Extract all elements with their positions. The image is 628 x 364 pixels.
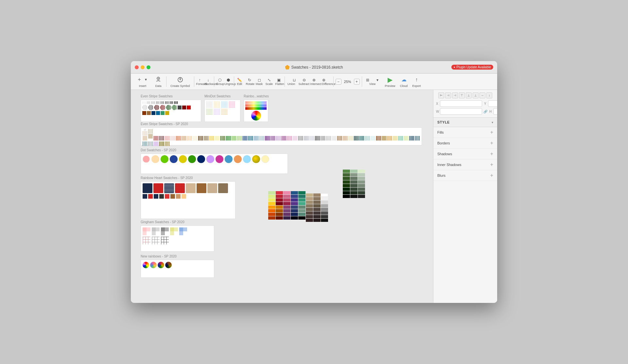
artboard-label-rainbow-heart: Rainbow Heart Swatches - SP 2020 (141, 176, 193, 180)
rotate-icon[interactable]: ↻ (246, 78, 253, 82)
align-right-button[interactable]: ⊣ (452, 92, 458, 98)
create-symbol-icon (176, 76, 184, 84)
fills-add-button[interactable]: + (490, 130, 493, 135)
x-label: X (436, 102, 439, 106)
xy-row: X Y (436, 100, 495, 107)
artboard-label-even-stripe: Even Stripe Swatches (141, 94, 173, 98)
align-top-button[interactable]: ⊤ (459, 92, 465, 98)
align-center-h-button[interactable]: ⊣ (445, 92, 451, 98)
borders-label: Borders (437, 141, 450, 145)
shadows-section[interactable]: Shadows + (433, 149, 497, 159)
window-title-area: Swatches - 2019-0816.sketch (285, 65, 343, 70)
style-header[interactable]: STYLE ▾ (433, 118, 497, 127)
artboard-new-rainbows: New rainbows - SP 2020 (141, 260, 214, 278)
insert-dropdown-icon: ▼ (142, 76, 150, 84)
maximize-button[interactable] (147, 65, 150, 69)
app-window: Swatches - 2019-0816.sketch Plugin Updat… (131, 61, 497, 303)
ungroup-icon[interactable]: ⬢ (225, 78, 232, 82)
zoom-minus-button[interactable]: − (336, 79, 341, 85)
main-area: Even Stripe Swatches (131, 90, 497, 303)
zoom-plus-button[interactable]: + (354, 79, 360, 85)
inner-shadows-section[interactable]: Inner Shadows + (433, 159, 497, 170)
toolbar: ＋ ▼ Insert Data (131, 74, 497, 90)
group-icon[interactable]: ⬡ (216, 78, 223, 82)
distribute-h-button[interactable]: ↔ (480, 92, 485, 98)
toolbar-divider-6 (333, 76, 334, 87)
view-icon[interactable]: ⊞ (364, 78, 371, 82)
color-table-grid-3 (343, 170, 365, 198)
blurs-add-button[interactable]: + (490, 173, 493, 178)
h-label: H (489, 110, 493, 113)
zoom-value: 25% (343, 80, 353, 84)
forward-icon[interactable]: ↑ (196, 78, 203, 82)
h-field: H (489, 108, 497, 115)
preview-tool[interactable]: ▶ Preview (383, 76, 397, 88)
artboard-minidot: MiniDot Swatches (204, 100, 240, 122)
inner-shadows-add-button[interactable]: + (490, 162, 493, 167)
export-tool[interactable]: ↑ Export (410, 76, 423, 88)
window-controls[interactable] (131, 65, 150, 69)
right-panel: ⊢ ⊣ ⊣ ⊤ ⊥ ⊥ ↔ ↕ X Y (433, 90, 497, 303)
create-symbol-tool[interactable]: Create Symbol (168, 76, 192, 88)
align-center-v-button[interactable]: ⊥ (466, 92, 472, 98)
align-row: ⊢ ⊣ ⊣ ⊤ ⊥ ⊥ ↔ ↕ (436, 92, 495, 98)
w-input[interactable] (440, 108, 482, 115)
style-title: STYLE (437, 120, 450, 124)
x-input[interactable] (440, 100, 482, 107)
insert-tool[interactable]: ＋ ▼ Insert (133, 76, 152, 88)
union-icon[interactable]: ⊔ (291, 78, 298, 82)
zoom-controls[interactable]: − 25% + (336, 79, 360, 85)
view-dropdown-icon[interactable]: ▾ (374, 78, 381, 82)
group-ungroup-tools: ⬡ ⬢ Group Ungroup (216, 78, 232, 86)
blurs-section[interactable]: Blurs + (433, 170, 497, 181)
fills-label: Fills (437, 130, 444, 134)
shadows-add-button[interactable]: + (490, 151, 493, 157)
y-input[interactable] (488, 100, 497, 107)
artboard-label-even-stripe-sp: Even Stripe Swatches - SP 2020 (141, 122, 188, 126)
edit-icon[interactable]: ✏️ (236, 78, 243, 82)
scale-icon[interactable]: ⤡ (266, 78, 273, 82)
artboard-label-dot-sp: Dot Swatches - SP 2020 (141, 148, 176, 152)
difference-icon[interactable]: ⊕ (320, 78, 327, 82)
intersect-icon[interactable]: ⊗ (310, 78, 318, 82)
artboard-even-stripe: Even Stripe Swatches (141, 100, 201, 122)
flatten-icon[interactable]: ▣ (275, 78, 283, 82)
backward-icon[interactable]: ↓ (205, 78, 212, 82)
artboard-content-dot-sp (141, 154, 288, 174)
artboard-label-gingham: Gingham Swatches - SP 2020 (141, 220, 184, 224)
shadows-label: Shadows (437, 152, 452, 156)
toolbar-divider-5 (285, 76, 285, 87)
distribute-v-button[interactable]: ↕ (486, 92, 492, 98)
artboard-content-new-rainbows (141, 260, 214, 278)
artboard-content-minidot (204, 100, 240, 122)
w-label: W (436, 110, 439, 113)
artboard-content-even-stripe-sp: col (141, 127, 422, 145)
data-tool[interactable]: Data (152, 76, 164, 88)
link-icon[interactable]: 🔗 (483, 110, 487, 113)
mask-icon[interactable]: ◻ (256, 78, 263, 82)
h-input[interactable] (493, 108, 497, 115)
y-field: Y (484, 100, 497, 107)
align-left-button[interactable]: ⊢ (438, 92, 444, 98)
minimize-button[interactable] (141, 65, 145, 69)
borders-add-button[interactable]: + (490, 141, 493, 146)
subtract-icon[interactable]: ⊖ (301, 78, 308, 82)
cloud-tool[interactable]: ☁ Cloud (398, 76, 410, 88)
export-icon: ↑ (413, 76, 421, 84)
boolean-tools: ⊔ ⊖ ⊗ ⊕ Union Subtract Intersect Differe… (287, 78, 331, 86)
forward-backward-tools: ↑ ↓ Forward Backward (196, 78, 212, 86)
canvas[interactable]: Even Stripe Swatches (131, 90, 433, 303)
close-button[interactable] (135, 65, 139, 69)
plugin-update-badge[interactable]: Plugin Update Available (451, 65, 493, 70)
align-bottom-button[interactable]: ⊥ (473, 92, 479, 98)
view-tools: ⊞ ▾ View (364, 78, 381, 86)
wh-row: W 🔗 H (436, 108, 495, 115)
blurs-label: Blurs (437, 174, 445, 177)
fills-section[interactable]: Fills + (433, 127, 497, 138)
panel-align-section: ⊢ ⊣ ⊣ ⊤ ⊥ ⊥ ↔ ↕ X Y (433, 90, 497, 118)
cloud-icon: ☁ (400, 76, 408, 84)
inner-shadows-label: Inner Shadows (437, 163, 461, 167)
artboard-label-rainbow: Rainbo...watches (244, 94, 269, 98)
borders-section[interactable]: Borders + (433, 138, 497, 149)
artboard-content-gingham (141, 225, 214, 252)
